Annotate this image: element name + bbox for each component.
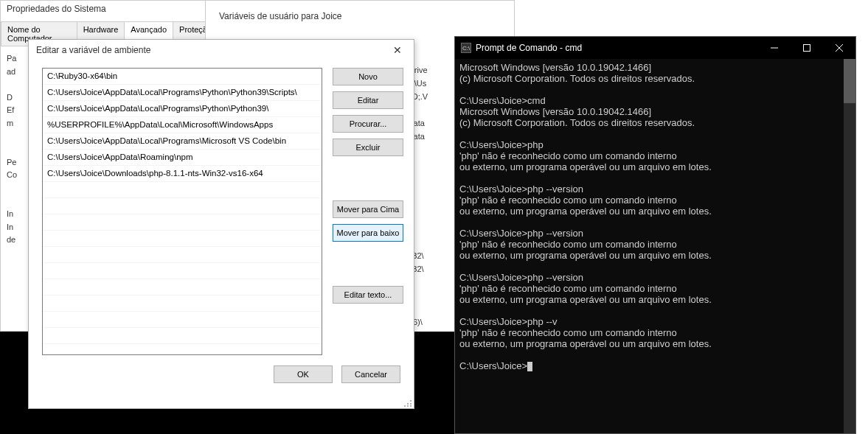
cmd-line — [459, 305, 838, 316]
path-item[interactable]: C:\Ruby30-x64\bin — [43, 69, 322, 85]
cmd-line: ou externo, um programa operável ou um a… — [459, 338, 838, 349]
cmd-line: C:\Users\Joice>php — [459, 139, 838, 150]
cmd-line: 'php' não é reconhecido como um comando … — [459, 283, 838, 294]
path-item[interactable]: %USERPROFILE%\AppData\Local\Microsoft\Wi… — [43, 117, 322, 133]
svg-point-0 — [410, 400, 412, 402]
cmd-line — [459, 261, 838, 272]
path-item-empty[interactable] — [43, 328, 322, 344]
path-item-empty[interactable] — [43, 279, 322, 295]
cmd-line — [459, 128, 838, 139]
cmd-line: (c) Microsoft Corporation. Todos os dire… — [459, 73, 838, 84]
cmd-line: C:\Users\Joice>cmd — [459, 95, 838, 106]
cmd-line: C:\Users\Joice>php --version — [459, 183, 838, 195]
mover-baixo-button[interactable]: Mover para baixo — [333, 224, 403, 242]
cmd-title: Prompt de Comando - cmd — [476, 43, 582, 53]
close-icon[interactable]: ✕ — [387, 44, 408, 56]
button-column: Novo Editar Procurar... Excluir Mover pa… — [333, 68, 403, 355]
svg-point-3 — [410, 405, 412, 407]
sysprops-title: Propriedades do Sistema — [1, 1, 213, 17]
cmd-titlebar[interactable]: C:\ Prompt de Comando - cmd — [455, 37, 855, 59]
cmd-line: C:\Users\Joice>php --v — [459, 316, 838, 327]
edit-env-footer: OK Cancelar — [29, 365, 414, 393]
cmd-line — [459, 172, 838, 183]
edit-env-dialog: Editar a variável de ambiente ✕ C:\Ruby3… — [28, 39, 414, 409]
cmd-line: C:\Users\Joice> — [459, 360, 838, 371]
cmd-line: Microsoft Windows [versão 10.0.19042.146… — [459, 62, 838, 73]
cmd-line: ou externo, um programa operável ou um a… — [459, 294, 838, 305]
maximize-icon[interactable] — [791, 37, 823, 59]
cmd-line: ou externo, um programa operável ou um a… — [459, 206, 838, 217]
path-item[interactable]: C:\Users\Joice\AppData\Local\Programs\Py… — [43, 101, 322, 117]
cmd-window-controls — [758, 37, 855, 59]
novo-button[interactable]: Novo — [333, 68, 403, 85]
cmd-line: ou externo, um programa operável ou um a… — [459, 161, 838, 172]
path-item-empty[interactable] — [43, 312, 322, 328]
edit-env-title: Editar a variável de ambiente — [36, 45, 150, 55]
path-item-empty[interactable] — [43, 247, 322, 263]
cursor-icon — [527, 362, 532, 371]
cmd-line: 'php' não é reconhecido como um comando … — [459, 239, 838, 250]
resize-grip-icon[interactable] — [403, 398, 412, 407]
path-item-empty[interactable] — [43, 198, 322, 214]
cmd-output[interactable]: Microsoft Windows [versão 10.0.19042.146… — [455, 59, 855, 433]
cmd-line: C:\Users\Joice>php --version — [459, 272, 838, 283]
svg-rect-7 — [804, 45, 810, 52]
editar-texto-button[interactable]: Editar texto... — [333, 286, 403, 304]
path-item[interactable]: C:\Users\Joice\AppData\Local\Programs\Mi… — [43, 133, 322, 150]
path-list[interactable]: C:\Ruby30-x64\binC:\Users\Joice\AppData\… — [42, 68, 322, 355]
close-icon[interactable] — [823, 37, 855, 59]
envvars-section-title: Variáveis de usuário para Joice — [206, 1, 514, 27]
svg-point-4 — [407, 405, 409, 407]
cmd-line: 'php' não é reconhecido como um comando … — [459, 150, 838, 161]
cmd-line: ou externo, um programa operável ou um a… — [459, 250, 838, 261]
editar-button[interactable]: Editar — [333, 91, 403, 109]
cmd-icon: C:\ — [461, 43, 471, 53]
cmd-line: C:\Users\Joice>php --version — [459, 228, 838, 239]
svg-point-5 — [404, 405, 406, 407]
cmd-window: C:\ Prompt de Comando - cmd Microsoft Wi… — [454, 36, 856, 434]
path-item-empty[interactable] — [43, 214, 322, 231]
path-item-empty[interactable] — [43, 182, 322, 198]
svg-point-2 — [407, 403, 409, 405]
minimize-icon[interactable] — [758, 37, 791, 59]
cmd-line: 'php' não é reconhecido como um comando … — [459, 327, 838, 338]
cmd-line: Microsoft Windows [versão 10.0.19042.146… — [459, 106, 838, 117]
edit-env-titlebar: Editar a variável de ambiente ✕ — [29, 40, 414, 60]
procurar-button[interactable]: Procurar... — [333, 115, 403, 133]
mover-cima-button[interactable]: Mover para Cima — [333, 200, 403, 218]
path-item-empty[interactable] — [43, 344, 322, 355]
cancelar-button[interactable]: Cancelar — [341, 365, 400, 383]
ok-button[interactable]: OK — [274, 365, 333, 383]
svg-point-1 — [410, 403, 412, 405]
cmd-line — [459, 349, 838, 360]
cmd-line — [459, 84, 838, 95]
cmd-line — [459, 217, 838, 228]
cmd-scrollbar[interactable] — [844, 59, 855, 433]
path-item[interactable]: C:\Users\Joice\Downloads\php-8.1.1-nts-W… — [43, 166, 322, 182]
path-item-empty[interactable] — [43, 231, 322, 247]
path-item-empty[interactable] — [43, 263, 322, 279]
excluir-button[interactable]: Excluir — [333, 139, 403, 156]
path-item[interactable]: C:\Users\Joice\AppData\Roaming\npm — [43, 150, 322, 166]
path-item-empty[interactable] — [43, 295, 322, 312]
path-item[interactable]: C:\Users\Joice\AppData\Local\Programs\Py… — [43, 85, 322, 101]
cmd-line: 'php' não é reconhecido como um comando … — [459, 195, 838, 206]
cmd-scroll-thumb[interactable] — [844, 59, 855, 103]
cmd-line: (c) Microsoft Corporation. Todos os dire… — [459, 117, 838, 128]
